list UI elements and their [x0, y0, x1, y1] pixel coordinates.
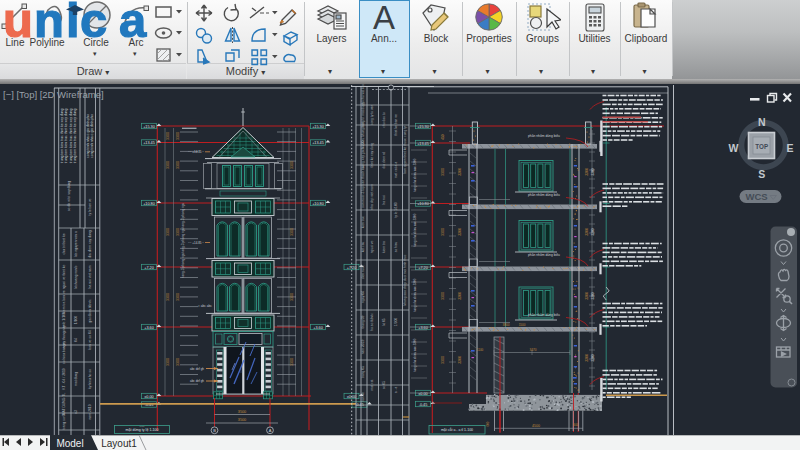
svg-text:kts nguyen van a: kts nguyen van a [74, 231, 78, 257]
svg-text:tang nha chieu cao 3300: tang nha chieu cao 3300 [413, 338, 417, 371]
svg-text:phần nhôm đúng biểu: phần nhôm đúng biểu [528, 313, 560, 317]
svg-text:¯¯¯: ¯¯¯ [139, 426, 145, 430]
svg-text:khong sao chep duoi moi hinh t: khong sao chep duoi moi hinh thuc [403, 254, 407, 305]
svg-text:3300: 3300 [176, 132, 180, 140]
svg-text:3300: 3300 [441, 168, 445, 176]
svg-text:phần nhôm đúng biểu: phần nhôm đúng biểu [528, 134, 560, 138]
svg-text:3300: 3300 [585, 354, 589, 362]
svg-text:A: A [269, 428, 272, 433]
svg-text:3300: 3300 [458, 228, 462, 236]
svg-text:±0.00: ±0.00 [144, 395, 153, 399]
svg-text:+7.20: +7.20 [418, 266, 428, 270]
svg-text:+10.80: +10.80 [417, 202, 429, 206]
svg-text:dia diem xay dung: dia diem xay dung [88, 230, 92, 258]
svg-text:abc def gh: abc def gh [190, 379, 204, 383]
svg-text:+13.45: +13.45 [143, 141, 155, 145]
svg-text:cong trinh nha o gia dinh pho: cong trinh nha o gia dinh pho [86, 114, 90, 158]
svg-text:so 05: so 05 [382, 381, 386, 389]
svg-text:3300: 3300 [591, 292, 595, 299]
svg-text:ha noi viet nam: ha noi viet nam [88, 265, 92, 288]
svg-text:+3.60: +3.60 [313, 326, 323, 330]
svg-text:+15.30: +15.30 [143, 125, 155, 129]
svg-text:KT - 04 / 2019: KT - 04 / 2019 [62, 368, 66, 390]
svg-text:+15.30: +15.30 [417, 125, 429, 129]
svg-text:phần nhôm đúng biểu: phần nhôm đúng biểu [528, 253, 560, 257]
svg-text:3300: 3300 [458, 168, 462, 176]
svg-text:mat cat: mat cat [370, 380, 374, 391]
svg-text:chu tri thiet ke: chu tri thiet ke [62, 233, 66, 254]
svg-text:tang nha chieu cao 3300: tang nha chieu cao 3300 [413, 158, 417, 191]
svg-text:1/100: 1/100 [394, 318, 398, 326]
svg-text:ha noi: ha noi [382, 195, 386, 204]
svg-text:3300: 3300 [585, 168, 589, 176]
svg-text:ho so tkbvtc: ho so tkbvtc [370, 313, 374, 331]
svg-text:04: 04 [74, 338, 78, 342]
svg-text:tang nha chieu cao 3300: tang nha chieu cao 3300 [413, 278, 417, 311]
svg-text:mat cat a-a: mat cat a-a [394, 162, 398, 179]
svg-text:kien truc: kien truc [361, 215, 365, 228]
svg-text:chu dau tu: chu dau tu [382, 112, 386, 128]
svg-text:3300: 3300 [166, 161, 170, 169]
svg-text:tang nha chieu cao 3300: tang nha chieu cao 3300 [413, 213, 417, 246]
svg-text:cong ty tu van: cong ty tu van [370, 105, 374, 126]
svg-text:tran thach cao: tran thach cao [361, 164, 365, 185]
svg-text:+10.80: +10.80 [312, 202, 324, 206]
svg-text:Layout1: Layout1 [101, 438, 137, 449]
svg-text:3300: 3300 [591, 228, 595, 235]
svg-text:trang so 04: trang so 04 [62, 412, 66, 429]
svg-text:son nuoc 3 lop: son nuoc 3 lop [361, 186, 365, 208]
svg-text:so do vi tri xay dung: so do vi tri xay dung [67, 181, 71, 211]
svg-text:ban ve so 04: ban ve so 04 [88, 330, 92, 350]
svg-text:1500: 1500 [519, 323, 526, 327]
svg-text:+3.60: +3.60 [418, 326, 428, 330]
svg-text:3300: 3300 [591, 168, 595, 175]
svg-text:+3.60: +3.60 [144, 326, 154, 330]
svg-text:Model: Model [56, 438, 83, 449]
svg-text:450: 450 [441, 134, 445, 140]
svg-text:mat dung: mat dung [74, 372, 78, 386]
svg-text:3470: 3470 [529, 348, 536, 352]
svg-text:thiet ke xay dung: thiet ke xay dung [370, 142, 374, 167]
svg-text:3300: 3300 [176, 228, 180, 236]
svg-text:A: A [373, 1, 395, 35]
svg-text:kiem tra: kiem tra [382, 241, 386, 253]
svg-text:thang 09: thang 09 [361, 315, 365, 328]
svg-text:trung tam kien truc thiet ke x: trung tam kien truc thiet ke xay dung [60, 109, 64, 164]
svg-text:±0.00: ±0.00 [418, 392, 427, 396]
svg-text:+7.20: +7.20 [144, 266, 154, 270]
svg-text:ket cau: ket cau [361, 242, 365, 253]
svg-text:3300: 3300 [591, 354, 595, 361]
svg-text:3300: 3300 [585, 292, 589, 300]
svg-text:ngay 04: ngay 04 [361, 291, 365, 303]
svg-text:MAT DUNG TL: MAT DUNG TL [62, 393, 66, 416]
svg-text:1100: 1100 [477, 348, 484, 352]
svg-text:ty le ban ve: ty le ban ve [88, 198, 92, 215]
svg-text:mặt cắt a - a tl 1-100: mặt cắt a - a tl 1-100 [441, 427, 473, 432]
svg-text:3300: 3300 [166, 358, 170, 366]
svg-text:3300: 3300 [176, 293, 180, 301]
svg-text:trung tam kien truc thiet ke x: trung tam kien truc thiet ke xay dung [64, 109, 68, 164]
svg-text:−− +14.85 −: −− +14.85 − [188, 150, 204, 154]
svg-text:tang 3 phong ngu: tang 3 phong ngu [181, 252, 185, 277]
svg-text:nguoi ve: nguoi ve [370, 241, 374, 254]
svg-text:4500: 4500 [532, 424, 540, 428]
svg-text:3300: 3300 [585, 228, 589, 236]
svg-text:trung tam kien truc thiet ke x: trung tam kien truc thiet ke xay dung [73, 109, 77, 164]
svg-text:░: ░ [240, 368, 243, 373]
svg-text:so hieu ban ve: so hieu ban ve [62, 342, 66, 364]
svg-text:3300: 3300 [441, 292, 445, 300]
svg-text:kt 05: kt 05 [382, 318, 386, 325]
svg-text:nam 2019: nam 2019 [88, 404, 92, 419]
svg-text:3300: 3300 [290, 293, 294, 301]
svg-text:kiem tra ban ve: kiem tra ban ve [62, 290, 66, 313]
svg-text:3300: 3300 [290, 358, 294, 366]
svg-text:a - a: a - a [394, 387, 398, 394]
svg-text:3300: 3300 [458, 292, 462, 300]
svg-text:B: B [213, 428, 216, 433]
svg-text:ty le 1/100: ty le 1/100 [394, 202, 398, 217]
svg-text:3500: 3500 [238, 410, 246, 414]
svg-text:trang 05: trang 05 [361, 366, 365, 378]
svg-text:+13.45: +13.45 [312, 141, 324, 145]
svg-text:nguoi ve thiet ke: nguoi ve thiet ke [62, 265, 66, 290]
svg-text:nha dep viet nam: nha dep viet nam [370, 184, 374, 210]
